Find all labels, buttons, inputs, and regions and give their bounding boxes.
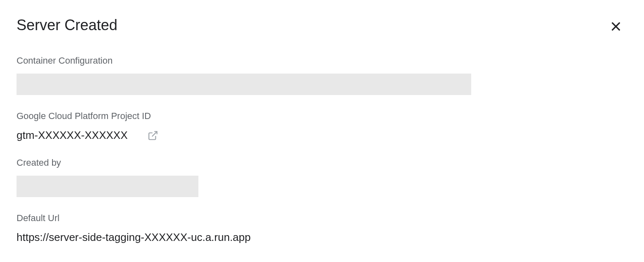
gcp-project-id-value: gtm-XXXXXX-XXXXXX xyxy=(17,129,128,142)
container-configuration-value-redacted xyxy=(17,74,471,95)
default-url-field: Default Url https://server-side-tagging-… xyxy=(17,213,627,244)
close-icon xyxy=(609,20,623,33)
close-button[interactable] xyxy=(608,19,623,34)
default-url-label: Default Url xyxy=(17,213,627,224)
dialog-title: Server Created xyxy=(17,17,117,34)
svg-line-2 xyxy=(152,131,157,136)
dialog-header: Server Created xyxy=(17,17,627,34)
open-external-icon xyxy=(148,130,158,141)
created-by-label: Created by xyxy=(17,157,627,168)
gcp-project-id-field: Google Cloud Platform Project ID gtm-XXX… xyxy=(17,111,627,142)
created-by-field: Created by xyxy=(17,157,627,197)
default-url-value: https://server-side-tagging-XXXXXX-uc.a.… xyxy=(17,231,627,244)
created-by-value-redacted xyxy=(17,176,198,197)
gcp-project-id-row: gtm-XXXXXX-XXXXXX xyxy=(17,129,627,142)
gcp-project-id-label: Google Cloud Platform Project ID xyxy=(17,111,627,121)
open-external-button[interactable] xyxy=(148,130,158,141)
container-configuration-label: Container Configuration xyxy=(17,55,627,66)
container-configuration-field: Container Configuration xyxy=(17,55,627,95)
